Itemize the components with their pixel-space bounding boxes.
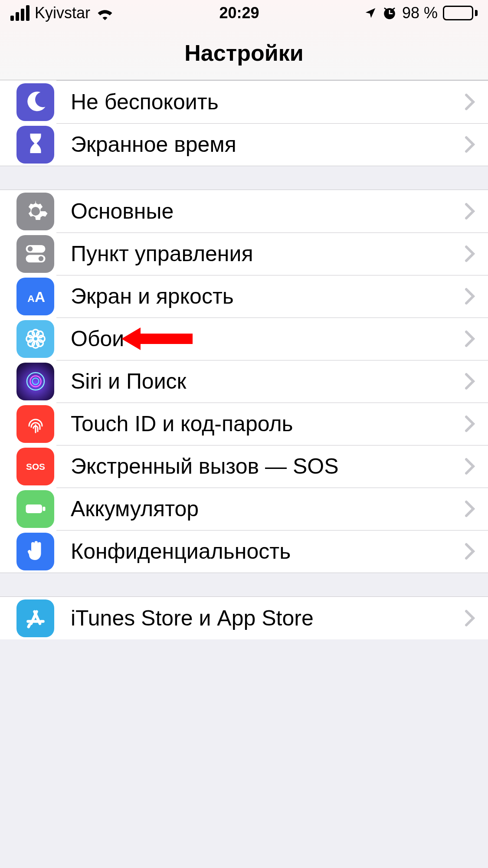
row-touch-id[interactable]: Touch ID и код-пароль [0, 403, 488, 445]
svg-point-1 [27, 246, 33, 252]
row-privacy[interactable]: Конфиденциальность [0, 530, 488, 573]
row-label: Экран и яркость [71, 284, 452, 309]
row-battery[interactable]: Аккумулятор [0, 488, 488, 530]
chevron-right-icon [452, 500, 488, 518]
toggles-icon [16, 235, 54, 273]
annotation-arrow-icon [121, 328, 193, 350]
fingerprint-icon [16, 405, 54, 443]
chevron-right-icon [452, 288, 488, 305]
row-general[interactable]: Основные [0, 190, 488, 233]
row-itunes-app-store[interactable]: iTunes Store и App Store [0, 597, 488, 639]
svg-rect-19 [26, 504, 42, 513]
status-bar: Kyivstar 20:29 98 % [0, 0, 488, 26]
settings-group-2: Основные Пункт управления AA Экран и ярк… [0, 190, 488, 573]
settings-group-3: iTunes Store и App Store [0, 596, 488, 639]
svg-point-15 [27, 373, 44, 390]
svg-point-3 [38, 256, 43, 262]
battery-icon [443, 6, 478, 20]
chevron-right-icon [452, 93, 488, 111]
svg-text:A: A [27, 293, 35, 304]
row-screen-time[interactable]: Экранное время [0, 123, 488, 166]
svg-text:A: A [34, 289, 45, 305]
status-right: 98 % [364, 4, 478, 22]
text-size-icon: AA [16, 278, 54, 315]
settings-group-1: Не беспокоить Экранное время [0, 80, 488, 166]
gear-icon [16, 193, 54, 230]
row-label: Touch ID и код-пароль [71, 411, 452, 436]
row-label: Конфиденциальность [71, 539, 452, 564]
status-time: 20:29 [219, 4, 259, 22]
sos-icon: SOS [16, 448, 54, 485]
chevron-right-icon [452, 609, 488, 627]
svg-text:SOS: SOS [26, 462, 45, 472]
page-title: Настройки [0, 26, 488, 80]
location-icon [364, 7, 377, 20]
row-emergency-sos[interactable]: SOS Экстренный вызов — SOS [0, 445, 488, 488]
flower-icon [16, 320, 54, 358]
chevron-right-icon [452, 203, 488, 220]
chevron-right-icon [452, 136, 488, 153]
siri-icon [16, 363, 54, 400]
row-label: Экранное время [71, 132, 452, 157]
chevron-right-icon [452, 458, 488, 475]
svg-rect-20 [43, 507, 45, 511]
chevron-right-icon [452, 330, 488, 347]
row-label: iTunes Store и App Store [71, 606, 452, 631]
hourglass-icon [16, 126, 54, 164]
row-label: Экстренный вызов — SOS [71, 454, 452, 479]
row-wallpaper[interactable]: Обои [0, 318, 488, 360]
chevron-right-icon [452, 373, 488, 390]
row-label: Пункт управления [71, 241, 452, 266]
row-control-center[interactable]: Пункт управления [0, 233, 488, 275]
wifi-icon [95, 6, 115, 20]
status-left: Kyivstar [10, 4, 115, 22]
battery-icon [16, 490, 54, 528]
row-label: Не беспокоить [71, 89, 452, 115]
carrier-name: Kyivstar [35, 4, 90, 22]
app-store-icon [16, 599, 54, 637]
row-display-brightness[interactable]: AA Экран и яркость [0, 275, 488, 318]
moon-icon [16, 83, 54, 121]
row-label: Аккумулятор [71, 496, 452, 521]
chevron-right-icon [452, 245, 488, 262]
row-do-not-disturb[interactable]: Не беспокоить [0, 81, 488, 123]
chevron-right-icon [452, 543, 488, 560]
row-label: Основные [71, 199, 452, 224]
cellular-signal-icon [10, 5, 29, 21]
alarm-icon [382, 6, 397, 20]
battery-percent: 98 % [402, 4, 438, 22]
row-label: Siri и Поиск [71, 369, 452, 394]
row-siri-search[interactable]: Siri и Поиск [0, 360, 488, 403]
svg-point-17 [32, 378, 39, 385]
chevron-right-icon [452, 415, 488, 432]
hand-icon [16, 533, 54, 570]
